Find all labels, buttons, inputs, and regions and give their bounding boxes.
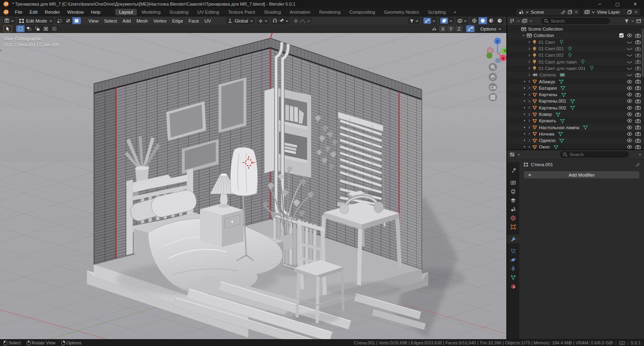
outliner-row-object[interactable]: •Одеяло — [507, 137, 644, 144]
item-name[interactable]: 01 Свет.002 — [539, 53, 564, 58]
eye-closed-icon[interactable] — [627, 40, 632, 44]
render-visibility-icon[interactable] — [635, 53, 641, 58]
add-workspace-button[interactable]: + — [450, 10, 460, 14]
editor-type-button[interactable] — [2, 17, 16, 24]
mode-selector[interactable]: Edit Mode — [17, 17, 54, 24]
render-visibility-icon[interactable] — [635, 47, 641, 51]
outliner-row-object[interactable]: •Картины — [507, 91, 644, 98]
gizmo-minus-z[interactable] — [495, 58, 501, 63]
render-visibility-icon[interactable] — [635, 125, 641, 130]
properties-tab-material[interactable] — [507, 282, 519, 291]
expand-chevron-icon[interactable] — [526, 93, 532, 97]
item-name[interactable]: Camera — [539, 72, 556, 77]
workspace-tab-modeling[interactable]: Modeling — [138, 9, 165, 15]
eye-open-icon[interactable] — [627, 33, 632, 37]
camera-view-button[interactable] — [489, 83, 497, 91]
pan-button[interactable] — [489, 73, 497, 81]
workspace-tab-shading[interactable]: Shading — [260, 9, 285, 15]
eye-closed-icon[interactable] — [627, 53, 632, 57]
properties-tab-view-layer[interactable] — [507, 196, 519, 205]
render-visibility-icon[interactable] — [635, 112, 641, 117]
expand-chevron-icon[interactable] — [526, 47, 532, 51]
properties-tab-tool[interactable] — [507, 166, 519, 175]
mirror-axis-x[interactable]: X — [439, 26, 446, 32]
face-select-icon[interactable] — [72, 17, 81, 24]
breadcrumb-object-name[interactable]: Стена.001 — [531, 162, 553, 167]
item-name[interactable]: Батарея — [539, 86, 557, 91]
show-object-types[interactable] — [408, 17, 420, 24]
render-visibility-icon[interactable] — [635, 60, 641, 64]
viewport-menu-add[interactable]: Add — [120, 18, 133, 24]
pivot-point-button[interactable] — [256, 17, 269, 24]
tool-options-dropdown[interactable]: Options — [478, 25, 503, 32]
outliner-row-object[interactable]: 01 Свет — [507, 39, 644, 45]
proportional-editing-icon[interactable] — [293, 19, 298, 23]
workspace-tab-rendering[interactable]: Rendering — [315, 9, 345, 15]
expand-chevron-icon[interactable] — [526, 139, 532, 142]
transform-orientation[interactable]: Global — [226, 17, 255, 24]
3d-viewport[interactable]: User Orthographic (22) Стена.001 | Cube.… — [0, 33, 506, 339]
expand-chevron-icon[interactable] — [526, 80, 532, 83]
properties-tab-object[interactable] — [507, 222, 519, 231]
item-name[interactable]: Одеяло — [539, 138, 555, 143]
properties-tab-output[interactable] — [507, 187, 519, 196]
outliner-search-input[interactable] — [551, 19, 607, 23]
expand-chevron-icon[interactable] — [526, 126, 532, 129]
outliner-row-object[interactable]: 01 Свет для ламп.001 — [507, 65, 644, 72]
new-scene-icon[interactable] — [568, 10, 572, 14]
add-modifier-button[interactable]: Add Modifier — [524, 171, 639, 178]
item-name[interactable]: Ночник — [539, 132, 554, 136]
workspace-tab-uv-editing[interactable]: UV Editing — [193, 9, 223, 15]
render-visibility-icon[interactable] — [635, 99, 641, 103]
properties-tab-physics[interactable] — [507, 255, 519, 264]
select-invert-icon[interactable] — [41, 25, 50, 32]
outliner-row-object[interactable]: •Окно — [507, 144, 644, 149]
outliner-row-object[interactable]: 01 Свет.002 — [507, 52, 644, 58]
gizmo-minus-y[interactable] — [487, 53, 493, 59]
filter-icon[interactable] — [624, 19, 629, 23]
eye-open-icon[interactable] — [627, 112, 632, 116]
eye-open-icon[interactable] — [627, 93, 632, 97]
snap-magnet-icon[interactable] — [272, 19, 277, 23]
outliner-row-object[interactable]: •Картины.002 — [507, 105, 644, 111]
tweak-snap-icon[interactable] — [466, 25, 475, 32]
properties-search[interactable] — [560, 151, 629, 158]
expand-chevron-icon[interactable] — [526, 40, 532, 44]
properties-tab-constraints[interactable] — [507, 264, 519, 273]
edge-select-icon[interactable] — [64, 17, 72, 24]
wireframe-shading-icon[interactable] — [470, 17, 479, 24]
eye-open-icon[interactable] — [627, 80, 632, 84]
active-tool-button[interactable] — [3, 25, 12, 32]
render-visibility-icon[interactable] — [635, 119, 641, 123]
maximize-button[interactable]: ▢ — [609, 0, 626, 8]
outliner-row-object[interactable]: •Настольная лампа — [507, 124, 644, 130]
pin-icon[interactable] — [561, 10, 566, 14]
select-extend-icon[interactable] — [25, 25, 33, 32]
workspace-tab-geometry-nodes[interactable]: Geometry Nodes — [380, 9, 423, 15]
xray-toggle[interactable] — [456, 17, 469, 24]
eye-open-icon[interactable] — [627, 86, 632, 90]
workspace-tab-layout[interactable]: Layout — [115, 9, 137, 15]
expand-chevron-icon[interactable] — [526, 54, 532, 57]
properties-tab-render[interactable] — [507, 178, 519, 187]
mirror-axis-y[interactable]: Y — [447, 26, 454, 32]
expand-chevron-icon[interactable] — [526, 99, 532, 103]
outliner-row-object[interactable]: •Ковер — [507, 111, 644, 117]
item-name[interactable]: 01 Свет.001 — [539, 46, 564, 51]
properties-tab-object-data[interactable] — [507, 273, 519, 282]
properties-tab-particles[interactable] — [507, 247, 519, 255]
item-name[interactable]: 01 Свет для ламп.001 — [539, 66, 586, 71]
outliner-row-scene-collection[interactable]: Scene Collection — [507, 26, 644, 32]
render-visibility-icon[interactable] — [635, 105, 641, 110]
render-visibility-icon[interactable] — [635, 93, 641, 97]
app-menu-icon[interactable] — [3, 9, 9, 15]
expand-chevron-icon[interactable] — [526, 73, 532, 77]
exclude-checkbox[interactable] — [619, 33, 624, 38]
viewport-menu-face[interactable]: Face — [186, 18, 202, 24]
rendered-shading-icon[interactable] — [495, 17, 504, 24]
mirror-axis-z[interactable]: Z — [455, 26, 462, 32]
render-visibility-icon[interactable] — [635, 33, 641, 38]
menu-edit[interactable]: Edit — [26, 9, 41, 15]
scene-selector[interactable]: Scene ✕ — [516, 9, 580, 15]
zoom-button[interactable] — [489, 63, 497, 71]
